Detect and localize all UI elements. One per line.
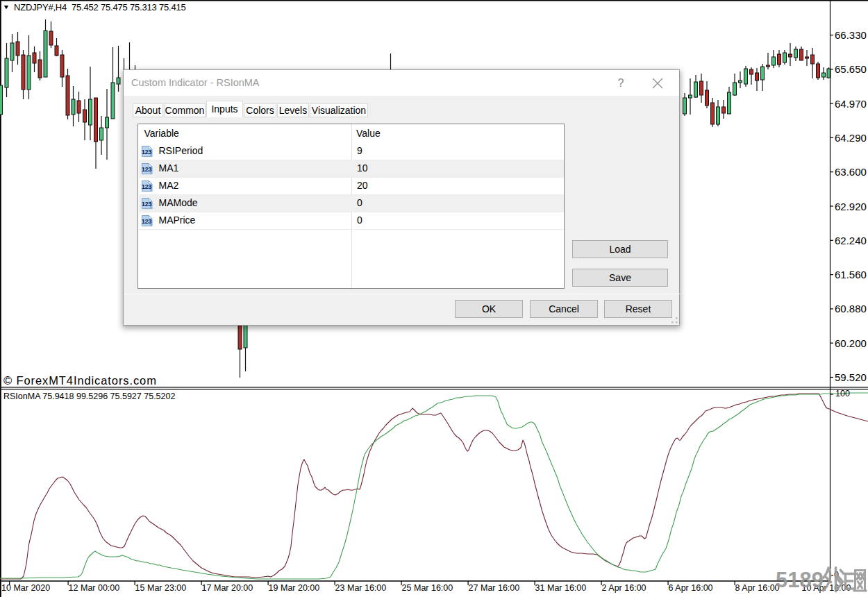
svg-text:123: 123	[142, 148, 151, 155]
svg-text:123: 123	[142, 217, 151, 225]
svg-text:123: 123	[142, 183, 151, 190]
svg-text:123: 123	[142, 165, 151, 173]
svg-text:123: 123	[142, 200, 151, 208]
